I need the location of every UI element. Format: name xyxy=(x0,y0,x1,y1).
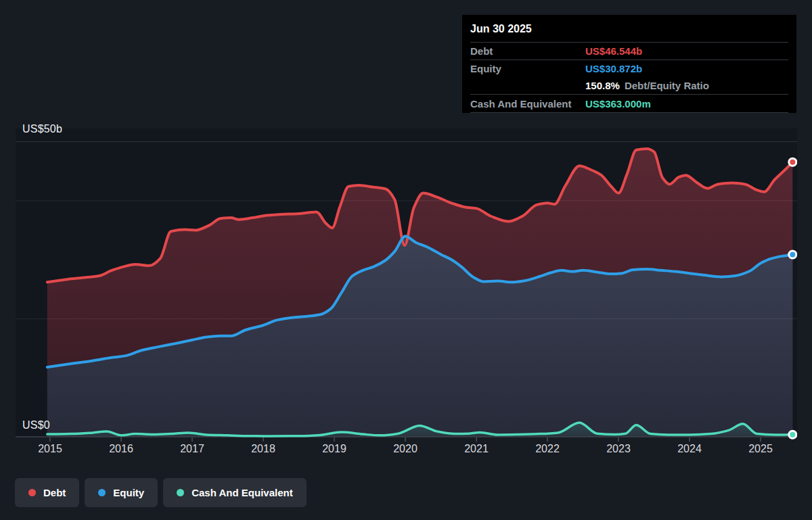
x-axis-label-2019: 2019 xyxy=(322,443,346,455)
x-axis-label-2025: 2025 xyxy=(748,443,773,455)
tooltip-row-cash: Cash And Equivalent US$363.000m xyxy=(470,94,788,113)
debt-equity-history-chart: US$50b US$0 2015201620172018201920202021… xyxy=(0,0,812,520)
x-axis-label-2017: 2017 xyxy=(180,443,204,455)
legend-pill-debt[interactable]: Debt xyxy=(15,478,79,507)
x-axis-label-2021: 2021 xyxy=(464,443,489,455)
tooltip-ratio-label: Debt/Equity Ratio xyxy=(625,80,709,91)
tooltip-cash-label: Cash And Equivalent xyxy=(470,98,585,110)
legend-label-debt: Debt xyxy=(43,487,66,498)
tooltip-date: Jun 30 2025 xyxy=(470,22,788,42)
cash-and-equivalent-end-marker xyxy=(789,431,796,438)
y-axis-label-zero: US$0 xyxy=(22,419,50,431)
tooltip-equity-label: Equity xyxy=(470,63,585,74)
chart-legend: DebtEquityCash And Equivalent xyxy=(15,478,307,507)
tooltip-ratio-value: 150.8% xyxy=(585,80,620,91)
cash-and-equivalent-dot-icon xyxy=(177,489,184,496)
chart-tooltip: Jun 30 2025 Debt US$46.544b Equity US$30… xyxy=(462,15,796,113)
legend-pill-equity[interactable]: Equity xyxy=(85,478,158,507)
tooltip-row-equity: Equity US$30.872b xyxy=(470,60,788,77)
legend-pill-cash-and-equivalent[interactable]: Cash And Equivalent xyxy=(163,478,306,507)
tooltip-row-debt: Debt US$46.544b xyxy=(470,42,788,60)
tooltip-row-ratio: 150.8% Debt/Equity Ratio xyxy=(470,77,788,94)
x-axis-label-2023: 2023 xyxy=(606,443,631,455)
tooltip-debt-value: US$46.544b xyxy=(585,45,642,57)
debt-end-marker xyxy=(789,158,796,166)
legend-label-cash-and-equivalent: Cash And Equivalent xyxy=(191,487,292,498)
tooltip-cash-value: US$363.000m xyxy=(585,98,651,110)
debt-dot-icon xyxy=(28,489,36,496)
x-axis-label-2020: 2020 xyxy=(393,443,418,455)
tooltip-equity-value: US$30.872b xyxy=(585,63,642,74)
x-axis-label-2022: 2022 xyxy=(535,443,560,455)
x-axis-label-2015: 2015 xyxy=(38,443,62,455)
equity-end-marker xyxy=(789,251,796,258)
x-axis-label-2018: 2018 xyxy=(251,443,275,455)
x-axis-label-2016: 2016 xyxy=(109,443,133,455)
y-axis-label-top: US$50b xyxy=(22,123,62,135)
legend-label-equity: Equity xyxy=(113,487,144,498)
equity-dot-icon xyxy=(98,489,106,496)
x-axis-label-2024: 2024 xyxy=(677,443,702,455)
tooltip-debt-label: Debt xyxy=(470,45,585,57)
